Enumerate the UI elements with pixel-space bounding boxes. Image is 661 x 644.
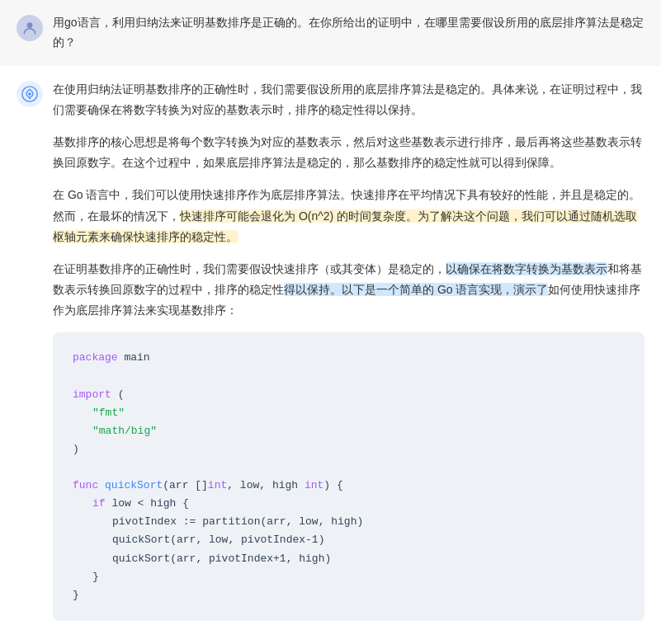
assistant-avatar-icon — [17, 81, 43, 107]
svg-point-0 — [27, 22, 33, 28]
code-line-import: import ( — [73, 386, 625, 404]
assistant-paragraph-4: 在证明基数排序的正确性时，我们需要假设快速排序（或其变体）是稳定的，以确保在将数… — [53, 259, 644, 322]
assistant-paragraph-1: 在使用归纳法证明基数排序的正确性时，我们需要假设所用的底层排序算法是稳定的。具体… — [53, 79, 644, 120]
chat-container: 用go语言，利用归纳法来证明基数排序是正确的。在你所给出的证明中，在哪里需要假设… — [0, 0, 661, 644]
user-message-text: 用go语言，利用归纳法来证明基数排序是正确的。在你所给出的证明中，在哪里需要假设… — [53, 13, 644, 53]
code-line-if-close: } — [73, 568, 625, 586]
code-line-pivot: pivotIndex := partition(arr, low, high) — [73, 513, 625, 531]
code-line-empty-2 — [73, 458, 625, 477]
code-line-mathbig: "math/big" — [73, 422, 625, 440]
highlight-stable-hold: 得以保持。以下是一个简单的 Go 语言实现，演示了 — [284, 283, 548, 296]
code-line-func: func quickSort(arr []int, low, high int)… — [73, 477, 625, 495]
code-line-import-close: ) — [73, 440, 625, 458]
code-line-fmt: "fmt" — [73, 404, 625, 422]
code-line-func-close: } — [73, 586, 625, 604]
user-avatar-icon — [17, 15, 43, 41]
highlight-stable-proof: 以确保在将数字转换为基数表示 — [446, 262, 607, 275]
code-line-if: if low < high { — [73, 495, 625, 513]
assistant-paragraph-2: 基数排序的核心思想是将每个数字转换为对应的基数表示，然后对这些基数表示进行排序，… — [53, 132, 644, 173]
svg-point-2 — [28, 92, 31, 96]
code-line-qs-low: quickSort(arr, low, pivotIndex-1) — [73, 531, 625, 549]
highlight-quicksort-worst: 快速排序可能会退化为 O(n^2) 的时间复杂度。为了解决这个问题，我们可 — [180, 209, 556, 223]
code-line-1: package main — [73, 349, 625, 367]
code-block: package main import ( "fmt" "math/big" )… — [53, 332, 644, 620]
assistant-content: 在使用归纳法证明基数排序的正确性时，我们需要假设所用的底层排序算法是稳定的。具体… — [53, 79, 644, 632]
assistant-paragraph-3: 在 Go 语言中，我们可以使用快速排序作为底层排序算法。快速排序在平均情况下具有… — [53, 185, 644, 247]
code-line-empty-1 — [73, 368, 625, 386]
assistant-message: 在使用归纳法证明基数排序的正确性时，我们需要假设所用的底层排序算法是稳定的。具体… — [0, 66, 661, 644]
code-line-qs-high: quickSort(arr, pivotIndex+1, high) — [73, 550, 625, 568]
user-message: 用go语言，利用归纳法来证明基数排序是正确的。在你所给出的证明中，在哪里需要假设… — [0, 0, 661, 66]
